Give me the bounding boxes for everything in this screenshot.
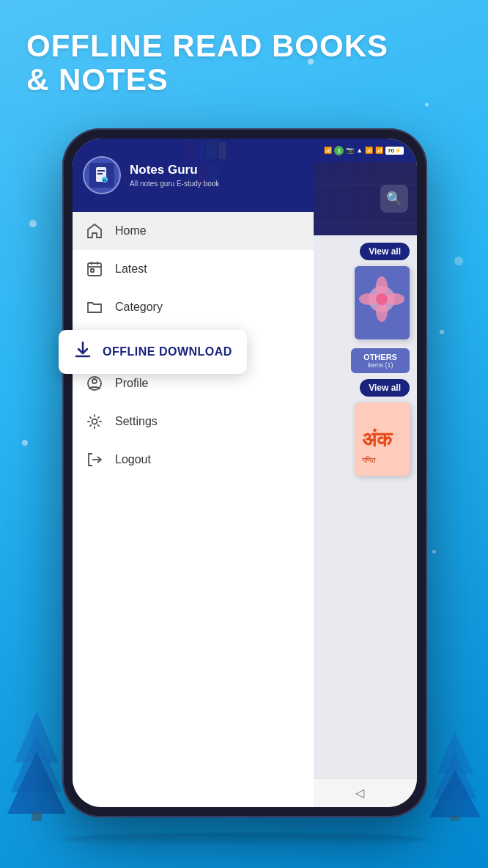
svg-rect-52 (97, 170, 105, 172)
status-icons: 📶 1 📷 ▲ 📶 📶 70⚡ (324, 146, 404, 155)
second-book: अंक गणित (355, 402, 410, 476)
battery-indicator: 70⚡ (385, 147, 404, 155)
page-title: OFFLINE READ BOOKS & NOTES (26, 29, 388, 97)
view-all-btn-1[interactable]: View all (360, 243, 410, 260)
search-button[interactable]: 🔍 (380, 185, 408, 213)
home-icon (86, 222, 103, 240)
drawer-subtitle: All notes guru E-study book (130, 180, 219, 188)
svg-point-39 (376, 293, 388, 305)
download-icon (73, 340, 92, 364)
phone-screen: 17:18 📶 1 📷 ▲ 📶 📶 70⚡ (73, 139, 417, 807)
view-all-btn-2[interactable]: View all (360, 379, 410, 397)
offline-download-label: OFFLINE DOWNLOAD (103, 345, 232, 358)
featured-book (355, 266, 410, 339)
drawer-app-name: Notes Guru (130, 163, 219, 177)
menu-label-logout: Logout (115, 453, 151, 466)
menu-item-logout[interactable]: Logout (73, 441, 314, 479)
menu-item-latest[interactable]: Latest (73, 250, 314, 288)
phone-frame: 17:18 📶 1 📷 ▲ 📶 📶 70⚡ (62, 128, 427, 817)
others-label: OTHERS (358, 353, 402, 361)
svg-rect-53 (97, 173, 103, 174)
menu-item-home[interactable]: Home (73, 212, 314, 250)
svg-rect-60 (91, 269, 94, 272)
svg-point-64 (92, 419, 97, 424)
svg-text:N: N (103, 178, 106, 183)
settings-icon (86, 413, 103, 430)
search-icon: 🔍 (386, 191, 402, 207)
menu-label-category: Category (115, 301, 163, 314)
svg-rect-56 (88, 263, 101, 276)
drawer-logo: N (83, 156, 121, 194)
svg-point-63 (92, 379, 97, 383)
notification-badge: 1 (334, 146, 344, 155)
others-items: items (1) (358, 361, 402, 369)
logout-icon (86, 451, 103, 468)
drawer-header-text: Notes Guru All notes guru E-study book (130, 163, 219, 188)
navigation-drawer: N Notes Guru All notes guru E-study book… (73, 139, 314, 807)
others-badge: OTHERS items (1) (351, 348, 410, 373)
tree-right-decoration (429, 726, 481, 824)
tree-left-decoration (7, 704, 66, 824)
svg-text:गणित: गणित (361, 456, 376, 464)
drawer-header: N Notes Guru All notes guru E-study book (73, 139, 314, 212)
menu-label-latest: Latest (115, 262, 147, 276)
menu-label-settings: Settings (115, 415, 158, 428)
svg-text:अंक: अंक (362, 427, 393, 451)
menu-item-category[interactable]: Category (73, 288, 314, 326)
phone-reflection (62, 833, 427, 846)
menu-label-profile: Profile (115, 377, 148, 390)
profile-circle-icon (86, 375, 103, 392)
svg-rect-7 (450, 816, 460, 821)
nav-back-btn[interactable]: ◁ (355, 786, 364, 800)
menu-item-settings[interactable]: Settings (73, 402, 314, 441)
offline-download-banner[interactable]: OFFLINE DOWNLOAD (59, 330, 247, 374)
folder-icon (86, 298, 103, 316)
menu-label-home: Home (115, 224, 147, 238)
svg-rect-3 (32, 812, 42, 821)
calendar-icon (86, 260, 103, 278)
